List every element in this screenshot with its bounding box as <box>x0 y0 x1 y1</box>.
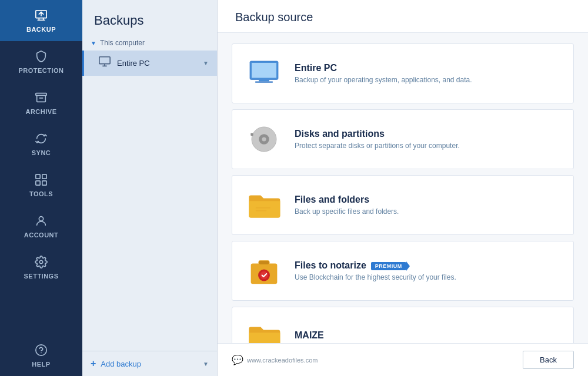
nav-label-backup: BACKUP <box>26 26 56 33</box>
nav-item-help[interactable]: HELP <box>0 335 82 376</box>
svg-point-6 <box>39 217 43 221</box>
watermark: 💬 www.crackeadofiles.com <box>232 354 318 365</box>
disks-partitions-title: Disks and partitions <box>295 129 460 139</box>
files-notarize-text: Files to notarizePREMIUM Use Blockchain … <box>295 260 456 281</box>
files-folders-desc: Back up specific files and folders. <box>295 207 399 216</box>
right-panel: Backup source Entire PC Backup of your o… <box>218 0 588 376</box>
watermark-text: www.crackeadofiles.com <box>247 357 318 364</box>
account-icon <box>34 214 48 228</box>
files-notarize-desc: Use Blockchain for the highest security … <box>295 273 456 281</box>
nav-label-account: ACCOUNT <box>24 231 59 239</box>
nav-item-sync[interactable]: SYNC <box>0 123 82 164</box>
tree-item-entire-pc[interactable]: Entire PC ▼ <box>82 51 217 76</box>
nav-label-protection: PROTECTION <box>18 67 64 74</box>
tree-section-label-text: This computer <box>100 39 145 47</box>
add-backup-footer[interactable]: + Add backup ▼ <box>82 351 217 376</box>
svg-rect-1 <box>36 93 46 96</box>
tree-section[interactable]: ▼ This computer <box>82 35 217 51</box>
monitor-icon <box>98 55 111 71</box>
nav-label-tools: TOOLS <box>29 190 53 197</box>
card-entire-pc[interactable]: Entire PC Backup of your operating syste… <box>232 43 574 103</box>
svg-rect-4 <box>36 181 40 185</box>
nav-item-backup[interactable]: BACKUP <box>0 0 82 41</box>
card-files-folders[interactable]: Files and folders Back up specific files… <box>232 175 574 235</box>
entire-pc-text: Entire PC Backup of your operating syste… <box>295 63 472 84</box>
svg-rect-13 <box>259 80 269 82</box>
backup-icon <box>34 8 48 22</box>
svg-rect-20 <box>256 210 266 211</box>
svg-point-7 <box>39 260 43 264</box>
settings-icon <box>34 255 48 269</box>
premium-badge: PREMIUM <box>371 262 406 270</box>
tree-chevron-icon: ▼ <box>91 40 96 46</box>
svg-rect-2 <box>36 174 40 179</box>
files-folders-title: Files and folders <box>295 194 399 205</box>
add-backup-label: Add backup <box>101 360 141 368</box>
nav-label-help: HELP <box>32 361 50 368</box>
maize-text: MAIZE <box>295 330 324 343</box>
maize-title: MAIZE <box>295 330 324 341</box>
maize-icon <box>245 318 283 343</box>
card-files-notarize[interactable]: Files to notarizePREMIUM Use Blockchain … <box>232 241 574 301</box>
middle-title: Backups <box>82 0 217 35</box>
files-notarize-icon <box>245 252 283 290</box>
svg-rect-21 <box>259 261 269 265</box>
files-notarize-title: Files to notarizePREMIUM <box>295 260 456 271</box>
back-button[interactable]: Back <box>523 351 574 369</box>
svg-rect-5 <box>42 181 46 185</box>
nav-label-sync: SYNC <box>32 149 51 156</box>
tools-icon <box>34 173 48 187</box>
svg-rect-14 <box>255 82 273 83</box>
svg-rect-12 <box>252 63 276 78</box>
disks-partitions-icon <box>245 120 283 158</box>
card-disks-partitions[interactable]: Disks and partitions Protect separate di… <box>232 109 574 169</box>
svg-rect-3 <box>42 174 46 179</box>
chat-icon: 💬 <box>232 354 243 365</box>
nav-item-account[interactable]: ACCOUNT <box>0 206 82 247</box>
disks-partitions-text: Disks and partitions Protect separate di… <box>295 129 460 150</box>
nav-label-settings: SETTINGS <box>24 273 58 280</box>
files-folders-text: Files and folders Back up specific files… <box>295 194 399 216</box>
svg-rect-18 <box>250 133 253 136</box>
help-icon <box>34 343 48 357</box>
svg-rect-10 <box>99 57 110 64</box>
tree-item-label: Entire PC <box>117 59 197 68</box>
nav-sidebar: BACKUP PROTECTION ARCHIVE SYNC TOOLS ACC… <box>0 0 82 376</box>
svg-point-23 <box>260 271 268 279</box>
middle-panel: Backups ▼ This computer Entire PC ▼ + Ad… <box>82 0 218 376</box>
svg-point-17 <box>262 137 266 142</box>
svg-point-8 <box>36 345 46 355</box>
protection-icon <box>34 49 48 63</box>
right-header: Backup source <box>218 0 588 33</box>
tree-item-chevron-icon: ▼ <box>203 60 209 66</box>
nav-item-settings[interactable]: SETTINGS <box>0 247 82 288</box>
nav-item-archive[interactable]: ARCHIVE <box>0 82 82 123</box>
nav-label-archive: ARCHIVE <box>25 108 56 115</box>
entire-pc-desc: Backup of your operating system, applica… <box>295 76 472 84</box>
entire-pc-icon <box>245 55 283 92</box>
sync-icon <box>34 132 48 146</box>
nav-item-tools[interactable]: TOOLS <box>0 164 82 206</box>
plus-icon: + <box>91 358 96 369</box>
card-maize[interactable]: MAIZE <box>232 307 574 343</box>
disks-partitions-desc: Protect separate disks or partitions of … <box>295 142 460 150</box>
svg-rect-19 <box>256 207 270 208</box>
nav-item-protection[interactable]: PROTECTION <box>0 41 82 82</box>
right-footer: 💬 www.crackeadofiles.com Back <box>218 343 588 376</box>
files-folders-icon <box>245 186 283 224</box>
footer-chevron-icon: ▼ <box>203 361 209 367</box>
entire-pc-title: Entire PC <box>295 63 472 73</box>
source-cards-container: Entire PC Backup of your operating syste… <box>218 33 588 343</box>
archive-icon <box>34 90 48 105</box>
svg-point-9 <box>41 352 42 353</box>
